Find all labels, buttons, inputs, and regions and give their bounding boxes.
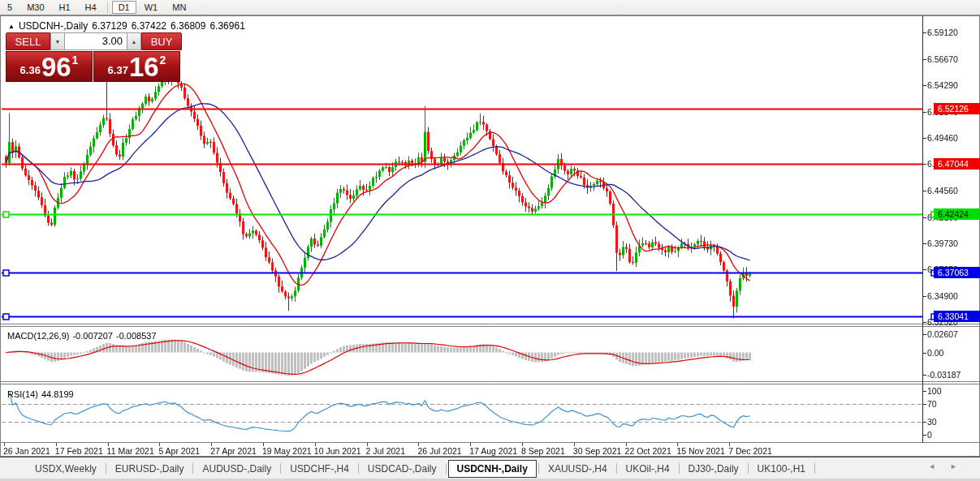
chart-tabbar: USDX,WeeklyEURUSD-,DailyAUDUSD-,DailyUSD… — [0, 457, 980, 479]
chart-window: ▲USDCNH-,Daily6.371296.374226.368096.369… — [0, 15, 980, 457]
ohlc-high: 6.37422 — [132, 20, 166, 32]
sell-price-pip: 1 — [72, 54, 79, 67]
sell-price-big: 96 — [41, 55, 71, 79]
buy-price-button[interactable]: 6.37162 — [93, 51, 180, 82]
date-axis-label: 27 Apr 2021 — [210, 446, 257, 456]
tab-separator — [446, 463, 447, 474]
buy-button[interactable]: BUY — [141, 32, 182, 50]
date-axis-label: 8 Sep 2021 — [521, 446, 565, 456]
chart-symbol-period: USDCNH-,Daily — [19, 20, 88, 32]
timeframe-button-h1[interactable]: H1 — [53, 1, 77, 14]
ohlc-low: 6.36809 — [171, 20, 205, 32]
date-axis-label: 22 Oct 2021 — [625, 446, 671, 456]
price-axis-tick: 6.49460 — [927, 133, 958, 143]
price-axis-tick: 6.54290 — [927, 80, 958, 90]
timeframe-toolbar: 5M30H1H4D1W1MN — [0, 0, 980, 15]
timeframe-button-d1[interactable]: D1 — [112, 1, 136, 14]
price-axis-tick: 6.56670 — [927, 54, 958, 64]
buy-price-big: 16 — [129, 55, 159, 79]
chart-tab-usdcnh-daily[interactable]: USDCNH-,Daily — [448, 460, 537, 478]
date-axis-label: 7 Dec 2021 — [728, 446, 772, 456]
price-axis-tick: 6.44560 — [927, 186, 958, 195]
lot-size-input[interactable]: 3.00 — [65, 32, 127, 50]
buy-price-base: 6.37 — [108, 64, 128, 76]
date-axis-label: 17 Aug 2021 — [469, 446, 517, 456]
mt4-terminal: 5M30H1H4D1W1MN ▲USDCNH-,Daily6.371296.37… — [0, 0, 980, 481]
date-axis-label: 5 Apr 2021 — [158, 446, 200, 456]
sell-price-base: 6.36 — [20, 64, 41, 76]
timeframe-button-h4[interactable]: H4 — [79, 1, 103, 14]
hline-price-badge[interactable]: 6.47044 — [934, 158, 980, 170]
date-axis-label: 11 Mar 2021 — [107, 446, 154, 456]
price-axis-tick: 6.34900 — [927, 291, 958, 301]
date-axis-label: 19 May 2021 — [262, 446, 312, 456]
price-axis-tick: 6.39730 — [927, 238, 958, 248]
hline-price-badge[interactable]: 6.37063 — [934, 267, 980, 278]
collapse-chart-icon[interactable]: ▲ — [8, 23, 15, 30]
tab-separator — [538, 463, 539, 474]
rsi-value: 44.8199 — [41, 389, 74, 399]
chart-tab-usdchf-h4[interactable]: USDCHF-,H4 — [283, 461, 356, 477]
chart-tab-audusd-daily[interactable]: AUDUSD-,Daily — [195, 461, 278, 477]
rsi-axis-tick: 100 — [927, 386, 942, 396]
date-axis-label: 26 Jan 2021 — [3, 446, 50, 456]
date-axis-label: 30 Sep 2021 — [573, 446, 622, 456]
date-axis-label: 17 Feb 2021 — [55, 446, 103, 456]
tab-separator — [106, 463, 106, 474]
date-axis-label: 2 Jul 2021 — [366, 446, 405, 456]
toolbar-separator — [107, 2, 108, 13]
macd-axis-tick: 0.02607 — [927, 329, 958, 339]
rsi-axis-tick: 0 — [927, 430, 932, 440]
chart-tab-dj30-daily[interactable]: DJ30-,Daily — [681, 461, 746, 477]
hline-price-badge[interactable]: 6.52126 — [934, 103, 980, 114]
lot-decrease-button[interactable]: ▼ — [50, 32, 65, 50]
sell-price-button[interactable]: 6.36961 — [6, 51, 93, 82]
macd-signal-value: -0.008537 — [116, 331, 157, 341]
rsi-name: RSI(14) — [7, 389, 38, 399]
price-axis-tick: 6.59120 — [927, 28, 958, 37]
lot-increase-button[interactable]: ▲ — [127, 32, 141, 50]
tab-separator — [679, 463, 680, 474]
tab-separator — [814, 463, 815, 474]
tab-separator — [616, 463, 617, 474]
timeframe-button-m30[interactable]: M30 — [20, 1, 50, 14]
macd-value: -0.007207 — [72, 331, 113, 341]
macd-name: MACD(12,26,9) — [7, 331, 69, 341]
chart-tab-xauusd-h4[interactable]: XAUUSD-,H4 — [541, 461, 615, 477]
macd-axis-tick: 0.00 — [927, 348, 943, 358]
date-axis-label: 10 Jun 2021 — [314, 446, 361, 456]
buy-price-pip: 2 — [160, 54, 166, 67]
tab-scroll-arrows[interactable]: ◄► — [928, 462, 972, 470]
chart-tab-eurusd-daily[interactable]: EURUSD-,Daily — [108, 461, 192, 477]
tab-separator — [358, 463, 359, 474]
one-click-trade-panel: SELL ▼ 3.00 ▲ BUY 6.36961 6.37162 — [6, 32, 182, 82]
chart-title: ▲USDCNH-,Daily6.371296.374226.368096.369… — [8, 20, 245, 32]
date-axis-label: 15 Nov 2021 — [676, 446, 725, 456]
macd-label: MACD(12,26,9)-0.007207-0.008537 — [7, 331, 160, 341]
date-axis-label: 26 Jul 2021 — [417, 446, 461, 456]
rsi-axis-tick: 70 — [927, 399, 937, 409]
hline-price-badge[interactable]: 6.42424 — [934, 208, 980, 220]
tab-separator — [748, 463, 749, 474]
timeframe-button-5[interactable]: 5 — [1, 1, 19, 14]
timeframe-button-w1[interactable]: W1 — [138, 1, 165, 14]
rsi-axis-tick: 30 — [927, 417, 937, 427]
chart-tab-uk100-h1[interactable]: UK100-,H1 — [750, 461, 813, 477]
rsi-label: RSI(14)44.8199 — [7, 389, 77, 399]
sell-button[interactable]: SELL — [6, 32, 50, 50]
ohlc-close: 6.36961 — [209, 20, 244, 32]
macd-axis-tick: -0.03187 — [927, 370, 961, 380]
chart-tab-usdx-weekly[interactable]: USDX,Weekly — [28, 461, 104, 477]
chart-tab-ukoil-h4[interactable]: UKOil-,H4 — [619, 461, 677, 477]
tab-separator — [192, 463, 193, 474]
tab-separator — [280, 463, 281, 474]
ohlc-open: 6.37129 — [92, 20, 127, 32]
hline-price-badge[interactable]: 6.33041 — [934, 311, 980, 322]
chart-tab-usdcad-daily[interactable]: USDCAD-,Daily — [360, 461, 444, 477]
timeframe-button-mn[interactable]: MN — [166, 1, 192, 14]
